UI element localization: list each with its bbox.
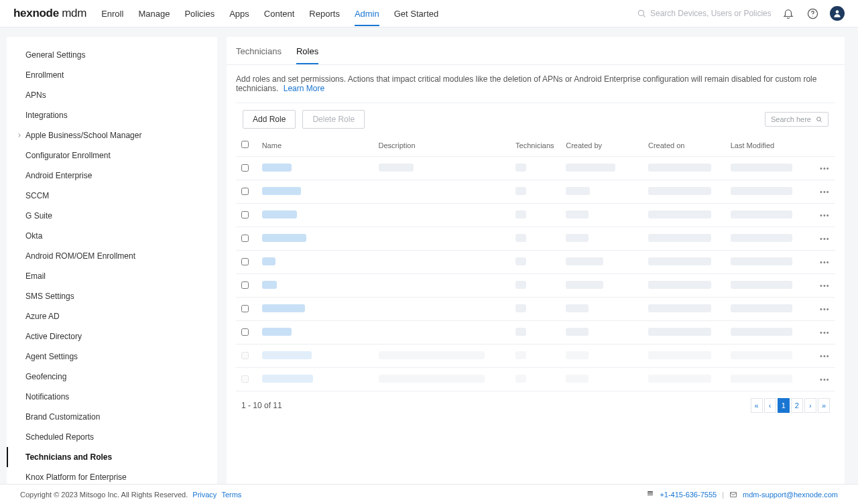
- sidebar-item-android-enterprise[interactable]: Android Enterprise: [7, 166, 217, 186]
- sidebar-item-brand-customization[interactable]: Brand Customization: [7, 407, 217, 427]
- row-checkbox[interactable]: [241, 235, 249, 242]
- row-checkbox[interactable]: [241, 188, 249, 195]
- brand-sub: mdm: [62, 7, 86, 19]
- nav-content[interactable]: Content: [264, 1, 295, 26]
- svg-point-3: [812, 15, 812, 16]
- row-checkbox[interactable]: [241, 211, 249, 218]
- col-description[interactable]: Description: [373, 134, 511, 157]
- notifications-icon[interactable]: [782, 7, 795, 20]
- sidebar-item-android-rom-oem-enrollment[interactable]: Android ROM/OEM Enrollment: [7, 246, 217, 266]
- sidebar-item-g-suite[interactable]: G Suite: [7, 206, 217, 226]
- table-row[interactable]: •••: [236, 227, 835, 251]
- col-technicians[interactable]: Technicians: [510, 134, 560, 157]
- table-search[interactable]: [765, 112, 829, 127]
- support-email[interactable]: mdm-support@hexnode.com: [743, 491, 838, 499]
- row-checkbox[interactable]: [241, 258, 249, 265]
- cell-created-by: [566, 351, 589, 359]
- tab-roles[interactable]: Roles: [296, 46, 318, 64]
- nav-apps[interactable]: Apps: [229, 1, 249, 26]
- nav-policies[interactable]: Policies: [184, 1, 214, 26]
- select-all-checkbox[interactable]: [241, 141, 249, 148]
- global-search[interactable]: [637, 9, 771, 18]
- row-checkbox[interactable]: [241, 328, 249, 336]
- cell-technicians: [515, 164, 526, 172]
- table-row[interactable]: •••: [236, 344, 835, 368]
- row-checkbox[interactable]: [241, 164, 249, 172]
- sidebar-item-apple-business-school-manager[interactable]: Apple Business/School Manager: [7, 125, 217, 145]
- cell-last-modified: [731, 210, 792, 218]
- pager-page-1[interactable]: 1: [778, 398, 790, 413]
- sidebar-item-active-directory[interactable]: Active Directory: [7, 326, 217, 346]
- pager-last[interactable]: »: [818, 398, 830, 413]
- pager-next[interactable]: ›: [804, 398, 816, 413]
- nav-get-started[interactable]: Get Started: [394, 1, 438, 26]
- table-row[interactable]: •••: [236, 251, 835, 274]
- content-panel: TechniciansRoles Add roles and set permi…: [227, 37, 845, 484]
- table-row[interactable]: •••: [236, 298, 835, 321]
- row-menu-button[interactable]: •••: [814, 321, 835, 344]
- cell-created-on: [648, 281, 711, 289]
- sidebar-item-scheduled-reports[interactable]: Scheduled Reports: [7, 427, 217, 447]
- help-icon[interactable]: [806, 7, 819, 20]
- sidebar-item-azure-ad[interactable]: Azure AD: [7, 306, 217, 326]
- nav-manage[interactable]: Manage: [138, 1, 170, 26]
- row-menu-button[interactable]: •••: [814, 298, 835, 321]
- nav-enroll[interactable]: Enroll: [101, 1, 123, 26]
- sidebar-item-technicians-and-roles[interactable]: Technicians and Roles: [7, 447, 217, 467]
- cell-name: [262, 281, 277, 289]
- row-menu-button[interactable]: •••: [814, 344, 835, 368]
- sidebar-item-general-settings[interactable]: General Settings: [7, 45, 217, 65]
- pager-prev[interactable]: ‹: [764, 398, 776, 413]
- row-menu-button[interactable]: •••: [814, 274, 835, 298]
- sidebar-item-notifications[interactable]: Notifications: [7, 387, 217, 407]
- nav-admin[interactable]: Admin: [355, 1, 379, 26]
- global-search-input[interactable]: [650, 9, 771, 18]
- row-menu-button[interactable]: •••: [814, 180, 835, 204]
- sidebar-item-geofencing[interactable]: Geofencing: [7, 367, 217, 387]
- sidebar-item-label: Scheduled Reports: [25, 432, 94, 442]
- nav-reports[interactable]: Reports: [309, 1, 340, 26]
- col-name[interactable]: Name: [257, 134, 373, 157]
- table-row[interactable]: •••: [236, 157, 835, 180]
- col-last-modified[interactable]: Last Modified: [725, 134, 814, 157]
- sidebar-item-agent-settings[interactable]: Agent Settings: [7, 346, 217, 367]
- col-created-by[interactable]: Created by: [560, 134, 643, 157]
- cell-technicians: [515, 234, 526, 242]
- cell-technicians: [515, 375, 526, 383]
- pager-first[interactable]: «: [751, 398, 763, 413]
- sidebar-item-knox-platform-for-enterprise[interactable]: Knox Platform for Enterprise: [7, 467, 217, 484]
- privacy-link[interactable]: Privacy: [192, 491, 217, 499]
- row-menu-button[interactable]: •••: [814, 157, 835, 180]
- roles-table: Name Description Technicians Created by …: [236, 134, 835, 391]
- sidebar-item-email[interactable]: Email: [7, 266, 217, 286]
- add-role-button[interactable]: Add Role: [243, 110, 296, 129]
- tab-technicians[interactable]: Technicians: [236, 46, 282, 64]
- row-menu-button[interactable]: •••: [814, 251, 835, 274]
- sidebar-item-integrations[interactable]: Integrations: [7, 105, 217, 125]
- table-row[interactable]: •••: [236, 321, 835, 344]
- table-row[interactable]: •••: [236, 204, 835, 227]
- row-menu-button[interactable]: •••: [814, 227, 835, 251]
- row-menu-button[interactable]: •••: [814, 204, 835, 227]
- col-created-on[interactable]: Created on: [643, 134, 725, 157]
- table-row[interactable]: •••: [236, 368, 835, 391]
- avatar[interactable]: [830, 6, 845, 21]
- sidebar-item-label: SMS Settings: [25, 292, 74, 301]
- sidebar-item-okta[interactable]: Okta: [7, 226, 217, 246]
- learn-more-link[interactable]: Learn More: [284, 84, 324, 93]
- terms-link[interactable]: Terms: [221, 491, 241, 499]
- sidebar-item-configurator-enrollment[interactable]: Configurator Enrollment: [7, 145, 217, 166]
- row-checkbox[interactable]: [241, 305, 249, 312]
- sidebar-item-sms-settings[interactable]: SMS Settings: [7, 286, 217, 306]
- row-menu-button[interactable]: •••: [814, 368, 835, 391]
- table-row[interactable]: •••: [236, 180, 835, 204]
- table-search-input[interactable]: [771, 115, 812, 123]
- row-checkbox[interactable]: [241, 281, 249, 289]
- table-row[interactable]: •••: [236, 274, 835, 298]
- support-phone[interactable]: +1-415-636-7555: [660, 491, 717, 499]
- email-icon: [729, 491, 737, 499]
- sidebar-item-sccm[interactable]: SCCM: [7, 186, 217, 206]
- sidebar-item-apns[interactable]: APNs: [7, 85, 217, 105]
- sidebar-item-enrollment[interactable]: Enrollment: [7, 65, 217, 85]
- pager-page-2[interactable]: 2: [791, 398, 803, 413]
